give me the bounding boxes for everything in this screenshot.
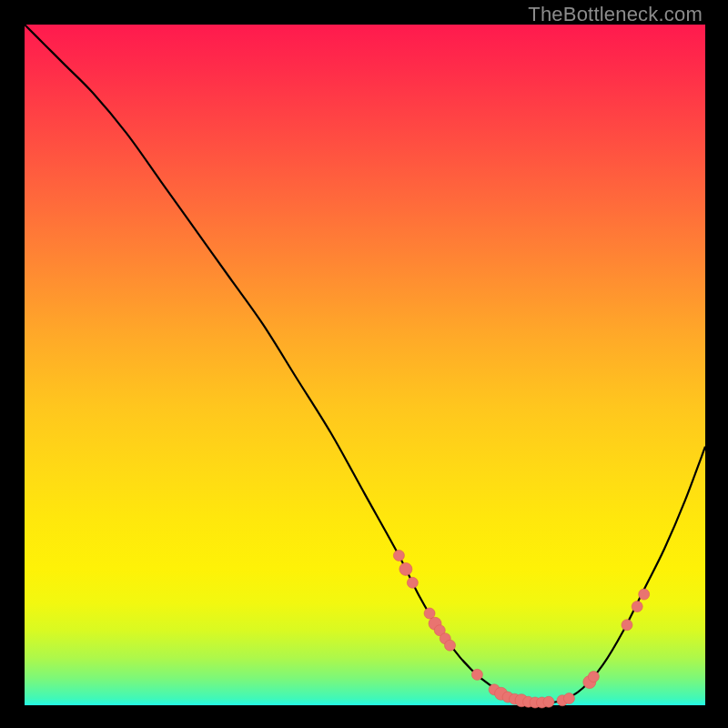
chart-frame: TheBottleneck.com (0, 0, 728, 728)
plot-area (25, 25, 705, 705)
watermark-text: TheBottleneck.com (528, 3, 703, 26)
